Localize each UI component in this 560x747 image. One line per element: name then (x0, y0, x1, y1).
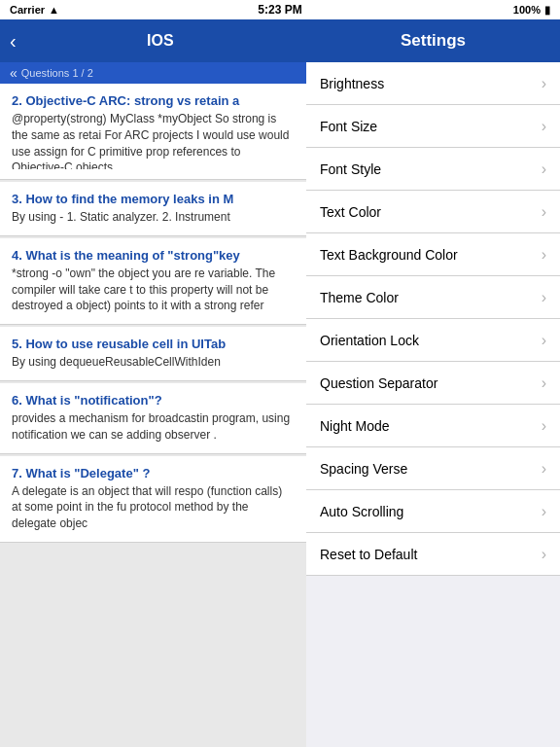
content-list: 2. Objective-C ARC: strong vs retain a@p… (0, 84, 306, 747)
settings-item-theme-color[interactable]: Theme Color› (306, 276, 560, 319)
settings-item-label: Spacing Verse (320, 461, 407, 477)
settings-item-label: Font Size (320, 119, 377, 134)
list-item[interactable]: 3. How to find the memory leaks in MBy u… (0, 182, 306, 236)
carrier-label: Carrier (10, 4, 45, 16)
question-text: 5. How to use reusable cell in UITab (12, 337, 295, 351)
question-text: 4. What is the meaning of "strong"key (12, 248, 295, 263)
settings-item-text-color[interactable]: Text Color› (306, 191, 560, 233)
status-left: Carrier ▲ (10, 4, 59, 16)
list-item[interactable]: 4. What is the meaning of "strong"key*st… (0, 238, 306, 325)
back-button[interactable]: ‹ (10, 30, 17, 53)
answer-text: provides a mechanism for broadcastin pro… (12, 410, 295, 444)
question-text: 7. What is "Delegate" ? (12, 466, 295, 480)
battery-icon: ▮ (544, 4, 550, 17)
settings-title: Settings (401, 31, 466, 51)
settings-item-label: Question Separator (320, 375, 438, 391)
chevron-right-icon: › (542, 246, 546, 264)
answer-text: @property(strong) MyClass *myObject So s… (12, 111, 295, 169)
left-subnav: « Questions 1 / 2 (0, 62, 306, 84)
settings-list: Brightness›Font Size›Font Style›Text Col… (306, 62, 560, 747)
left-nav: ‹ IOS (0, 19, 306, 62)
status-right: 100% ▮ (513, 4, 550, 17)
settings-item-label: Orientation Lock (320, 333, 419, 348)
answer-text: By using dequeueReusableCellWithIden (12, 354, 295, 371)
left-panel: ‹ IOS « Questions 1 / 2 2. Objective-C A… (0, 19, 306, 747)
wifi-icon: ▲ (49, 4, 59, 16)
settings-item-brightness[interactable]: Brightness› (306, 62, 560, 105)
page-info: Questions 1 / 2 (21, 67, 93, 79)
list-item[interactable]: 2. Objective-C ARC: strong vs retain a@p… (0, 84, 306, 180)
battery-label: 100% (513, 4, 541, 16)
settings-item-label: Font Style (320, 161, 381, 177)
settings-item-font-size[interactable]: Font Size› (306, 105, 560, 148)
settings-header: Settings (306, 19, 560, 62)
list-item[interactable]: 7. What is "Delegate" ?A delegate is an … (0, 456, 306, 543)
settings-item-auto-scrolling[interactable]: Auto Scrolling› (306, 490, 560, 533)
status-bar: Carrier ▲ 5:23 PM 100% ▮ (0, 0, 560, 19)
settings-item-label: Auto Scrolling (320, 504, 403, 519)
right-panel: Settings Brightness›Font Size›Font Style… (306, 19, 560, 747)
chevron-right-icon: › (542, 75, 546, 92)
settings-item-label: Text Color (320, 204, 381, 220)
chevron-right-icon: › (542, 160, 546, 178)
list-item[interactable]: 6. What is "notification"?provides a mec… (0, 383, 306, 454)
chevron-right-icon: › (542, 417, 546, 435)
left-nav-title: IOS (24, 32, 297, 50)
status-time: 5:23 PM (258, 3, 301, 17)
settings-item-font-style[interactable]: Font Style› (306, 148, 560, 191)
settings-item-label: Night Mode (320, 418, 390, 434)
settings-item-orientation-lock[interactable]: Orientation Lock› (306, 319, 560, 362)
answer-text: A delegate is an object that will respo … (12, 483, 295, 532)
list-icon: « (10, 65, 18, 81)
chevron-right-icon: › (542, 289, 546, 306)
settings-item-label: Text Background Color (320, 247, 458, 263)
settings-item-label: Reset to Default (320, 547, 417, 562)
chevron-right-icon: › (542, 118, 546, 135)
settings-item-spacing-verse[interactable]: Spacing Verse› (306, 447, 560, 490)
settings-item-label: Theme Color (320, 290, 399, 305)
settings-item-question-separator[interactable]: Question Separator› (306, 362, 560, 405)
answer-text: By using - 1. Static analyzer. 2. Instru… (12, 209, 295, 226)
chevron-right-icon: › (542, 203, 546, 221)
answer-text: *strong -o "own" the object you are re v… (12, 266, 295, 314)
chevron-right-icon: › (542, 546, 546, 563)
chevron-right-icon: › (542, 332, 546, 349)
main-container: ‹ IOS « Questions 1 / 2 2. Objective-C A… (0, 19, 560, 747)
chevron-right-icon: › (542, 460, 546, 478)
settings-item-reset-default[interactable]: Reset to Default› (306, 533, 560, 576)
settings-item-text-bg-color[interactable]: Text Background Color› (306, 233, 560, 276)
question-text: 2. Objective-C ARC: strong vs retain a (12, 93, 295, 108)
list-item[interactable]: 5. How to use reusable cell in UITabBy u… (0, 327, 306, 381)
chevron-right-icon: › (542, 503, 546, 520)
chevron-right-icon: › (542, 374, 546, 392)
question-text: 6. What is "notification"? (12, 393, 295, 408)
question-text: 3. How to find the memory leaks in M (12, 192, 295, 206)
settings-item-night-mode[interactable]: Night Mode› (306, 405, 560, 447)
settings-item-label: Brightness (320, 76, 384, 91)
